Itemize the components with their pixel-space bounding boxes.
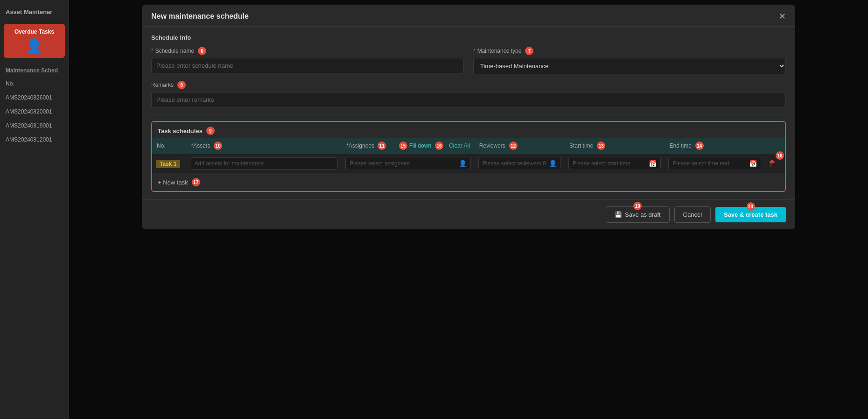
badge-18: 18 — [776, 151, 784, 160]
end-time-placeholder: Please select time end — [672, 160, 746, 167]
badge-17: 17 — [192, 178, 200, 186]
save-draft-label: Save as draft — [625, 211, 661, 218]
new-task-button[interactable]: + New task 17 — [158, 178, 200, 186]
assignees-placeholder: Please select assignees — [350, 160, 456, 167]
save-draft-button[interactable]: 💾 Save as draft — [606, 206, 670, 223]
schedule-name-label: * Schedule name 6 — [151, 47, 464, 55]
remarks-label: Remarks 8 — [151, 81, 786, 89]
col-header-no: No. — [152, 138, 186, 154]
schedule-info-title: Schedule Info — [151, 34, 786, 41]
task-assets-cell[interactable]: Add assets for maintenance — [186, 154, 342, 173]
maintenance-schedule-label: Maintenance Sched — [0, 62, 69, 77]
save-create-button[interactable]: Save & create task — [715, 207, 786, 222]
calendar-end-icon: 📅 — [749, 160, 757, 167]
sidebar: Asset Maintenar Overdue Tasks 👤 Maintena… — [0, 0, 69, 419]
task-badge: Task 1 — [156, 160, 180, 168]
schedule-name-field: * Schedule name 6 — [151, 47, 464, 73]
modal-body: Schedule Info * Schedule name 6 * Mainte… — [142, 27, 795, 199]
end-time-input-wrapper[interactable]: Please select time end 📅 — [668, 157, 761, 170]
save-create-wrapper: 20 Save & create task — [715, 207, 786, 222]
reviewers-placeholder: Please select reviewers 8 — [483, 160, 546, 167]
overdue-tasks-card[interactable]: Overdue Tasks 👤 — [4, 24, 65, 58]
sidebar-item-ams4[interactable]: AMS20240812001 — [0, 133, 69, 147]
badge-14: 14 — [695, 142, 704, 150]
badge-11: 11 — [378, 142, 386, 150]
task-schedules-header: Task schedules 9 — [152, 122, 785, 138]
maintenance-type-select[interactable]: Time-based Maintenance — [473, 58, 786, 74]
assets-input-wrapper[interactable]: Add assets for maintenance — [190, 157, 338, 170]
reviewers-icon: 👤 — [549, 160, 557, 167]
sidebar-item-ams3[interactable]: AMS20240819001 — [0, 119, 69, 133]
remarks-input[interactable] — [151, 92, 786, 107]
badge-6: 6 — [198, 47, 206, 55]
badge-16: 16 — [435, 142, 443, 150]
overdue-tasks-label: Overdue Tasks — [8, 28, 60, 35]
delete-row-button[interactable]: 🗑 — [769, 159, 776, 168]
assignees-input-wrapper[interactable]: Please select assignees 👤 — [345, 157, 471, 170]
modal: New maintenance schedule ✕ Schedule Info… — [142, 5, 795, 229]
modal-title: New maintenance schedule — [151, 12, 249, 21]
task-reviewers-cell[interactable]: Please select reviewers 8 👤 — [475, 154, 565, 173]
col-header-end-time: End time 14 — [665, 138, 765, 154]
modal-header: New maintenance schedule ✕ — [142, 5, 795, 27]
badge-13: 13 — [597, 142, 605, 150]
badge-15: 15 — [399, 142, 407, 150]
fill-down-button[interactable]: Fill down — [409, 142, 431, 149]
calendar-start-icon: 📅 — [649, 160, 657, 167]
new-task-row: + New task 17 — [152, 173, 785, 191]
badge-9: 9 — [206, 127, 215, 135]
form-row-2: Remarks 8 — [151, 81, 786, 107]
reviewers-input-wrapper[interactable]: Please select reviewers 8 👤 — [478, 157, 561, 170]
start-time-placeholder: Please select start time — [573, 160, 646, 167]
close-button[interactable]: ✕ — [779, 12, 786, 21]
remarks-field: Remarks 8 — [151, 81, 786, 107]
sidebar-no-label: No. — [0, 77, 69, 91]
schedule-name-input[interactable] — [151, 58, 464, 73]
task-no-cell: Task 1 — [152, 154, 186, 173]
assignees-icon: 👤 — [459, 160, 467, 167]
task-table: No. *Assets 10 — [152, 138, 785, 173]
maintenance-type-label: * Maintenance type 7 — [473, 47, 786, 55]
sidebar-title: Asset Maintenar — [0, 0, 69, 20]
overdue-tasks-icon: 👤 — [8, 38, 60, 53]
col-header-reviewers: Reviewers 12 — [475, 138, 565, 154]
modal-overlay: New maintenance schedule ✕ Schedule Info… — [69, 0, 868, 419]
badge-7: 7 — [525, 47, 533, 55]
badge-12: 12 — [509, 142, 518, 150]
cancel-button[interactable]: Cancel — [674, 206, 711, 223]
task-schedules-title: Task schedules 9 — [158, 127, 215, 135]
modal-footer: 19 💾 Save as draft Cancel 20 Save & crea… — [142, 199, 795, 229]
badge-8: 8 — [177, 81, 186, 89]
assets-placeholder: Add assets for maintenance — [194, 160, 334, 167]
form-row-1: * Schedule name 6 * Maintenance type 7 T… — [151, 47, 786, 74]
task-table-body: Task 1 Add assets for maintenance Please… — [152, 154, 785, 173]
task-schedules-box: Task schedules 9 No. *Assets — [151, 121, 786, 192]
col-header-assignees: *Assignees 11 15 Fill down 16 Clear All — [342, 138, 475, 154]
save-draft-wrapper: 19 💾 Save as draft — [606, 206, 670, 223]
task-start-time-cell[interactable]: Please select start time 📅 — [565, 154, 665, 173]
maintenance-type-field: * Maintenance type 7 Time-based Maintena… — [473, 47, 786, 74]
sidebar-item-ams1[interactable]: AMS20240826001 — [0, 91, 69, 105]
task-action-cell: 🗑 18 — [765, 154, 785, 173]
save-draft-icon: 💾 — [615, 211, 622, 218]
col-header-start-time: Start time 13 — [565, 138, 665, 154]
task-table-header-row: No. *Assets 10 — [152, 138, 785, 154]
table-row: Task 1 Add assets for maintenance Please… — [152, 154, 785, 173]
task-table-head: No. *Assets 10 — [152, 138, 785, 154]
badge-10: 10 — [214, 142, 222, 150]
sidebar-item-ams2[interactable]: AMS20240820001 — [0, 105, 69, 119]
start-time-input-wrapper[interactable]: Please select start time 📅 — [568, 157, 661, 170]
new-task-label: + New task — [158, 179, 188, 186]
col-header-assets: *Assets 10 — [186, 138, 342, 154]
task-end-time-cell[interactable]: Please select time end 📅 — [665, 154, 765, 173]
clear-all-button[interactable]: Clear All — [449, 142, 470, 149]
task-assignees-cell[interactable]: Please select assignees 👤 — [342, 154, 475, 173]
section-divider — [151, 114, 786, 114]
